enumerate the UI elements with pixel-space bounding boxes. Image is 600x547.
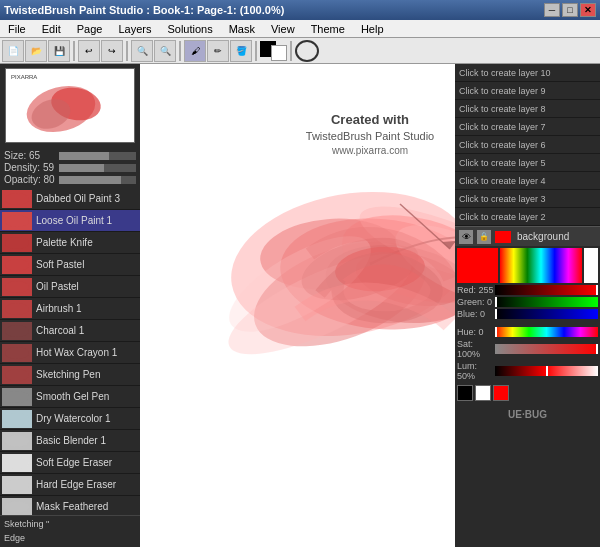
brush-label: Smooth Gel Pen: [36, 391, 109, 402]
brush-item[interactable]: Basic Blender 1: [0, 430, 140, 452]
white-color-swatch[interactable]: [584, 248, 598, 283]
brush-item[interactable]: Dry Watercolor 1: [0, 408, 140, 430]
save-button[interactable]: 💾: [48, 40, 70, 62]
menu-view[interactable]: View: [267, 20, 299, 37]
sketch-text: Sketching ": [4, 519, 49, 529]
menu-file[interactable]: File: [4, 20, 30, 37]
red-bar[interactable]: [495, 285, 598, 295]
zoom-in-button[interactable]: 🔍: [131, 40, 153, 62]
brush-label: Hard Edge Eraser: [36, 479, 116, 490]
layer-item[interactable]: Click to create layer 10: [455, 64, 600, 82]
paint-strokes: Created with TwistedBrush Paint Studio w…: [140, 64, 455, 547]
redo-button[interactable]: ↪: [101, 40, 123, 62]
separator-1: [73, 41, 75, 61]
svg-point-14: [5, 391, 29, 403]
eye-icon[interactable]: 👁: [459, 230, 473, 244]
svg-rect-44: [495, 344, 598, 354]
canvas[interactable]: Created with TwistedBrush Paint Studio w…: [140, 64, 455, 547]
layer-item[interactable]: Click to create layer 8: [455, 100, 600, 118]
brush-item[interactable]: Sketching Pen: [0, 364, 140, 386]
sat-slider-row: Sat: 100%: [457, 339, 598, 359]
layer-item[interactable]: Click to create layer 5: [455, 154, 600, 172]
menu-solutions[interactable]: Solutions: [163, 20, 216, 37]
layer-item[interactable]: Click to create layer 4: [455, 172, 600, 190]
primary-color-swatch[interactable]: [457, 248, 498, 283]
white-swatch[interactable]: [475, 385, 491, 401]
layer-item[interactable]: Click to create layer 2: [455, 208, 600, 226]
density-slider-row: Density: 59: [4, 162, 136, 173]
background-color[interactable]: [271, 45, 287, 61]
brush-item[interactable]: Smooth Gel Pen: [0, 386, 140, 408]
brush-item[interactable]: Dabbed Oil Paint 3: [0, 188, 140, 210]
lum-bar[interactable]: [495, 366, 598, 376]
hue-bar[interactable]: [495, 327, 598, 337]
blue-bar[interactable]: [495, 309, 598, 319]
brush-item[interactable]: Mask Feathered: [0, 496, 140, 515]
menu-help[interactable]: Help: [357, 20, 388, 37]
open-button[interactable]: 📂: [25, 40, 47, 62]
layer-item[interactable]: Click to create layer 9: [455, 82, 600, 100]
eraser-tool[interactable]: ✏: [207, 40, 229, 62]
close-button[interactable]: ✕: [580, 3, 596, 17]
opacity-bar[interactable]: [59, 176, 136, 184]
svg-text:PIXARRA: PIXARRA: [11, 74, 37, 80]
black-swatch[interactable]: [457, 385, 473, 401]
zoom-out-button[interactable]: 🔍: [154, 40, 176, 62]
svg-point-8: [5, 259, 29, 271]
brush-preview: [2, 234, 32, 252]
brush-label: Palette Knife: [36, 237, 93, 248]
size-bar[interactable]: [59, 152, 136, 160]
separator-3: [179, 41, 181, 61]
red-swatch[interactable]: [493, 385, 509, 401]
layers-section: Click to create layer 10Click to create …: [455, 64, 600, 226]
brush-preview: [2, 300, 32, 318]
layer-item[interactable]: Click to create layer 7: [455, 118, 600, 136]
menu-theme[interactable]: Theme: [307, 20, 349, 37]
undo-button[interactable]: ↩: [78, 40, 100, 62]
color-spectrum-bar[interactable]: [500, 248, 582, 283]
brush-preview: [2, 476, 32, 494]
svg-point-6: [5, 215, 29, 227]
green-bar[interactable]: [495, 297, 598, 307]
brush-item[interactable]: Loose Oil Paint 1: [0, 210, 140, 232]
layer-item[interactable]: Click to create layer 3: [455, 190, 600, 208]
menu-mask[interactable]: Mask: [225, 20, 259, 37]
maximize-button[interactable]: □: [562, 3, 578, 17]
brush-preview: [2, 432, 32, 450]
brush-tool[interactable]: 🖌: [184, 40, 206, 62]
lock-icon[interactable]: 🔒: [477, 230, 491, 244]
new-button[interactable]: 📄: [2, 40, 24, 62]
main-color-display: [457, 248, 598, 283]
svg-point-10: [5, 303, 29, 315]
svg-text:www.pixarra.com: www.pixarra.com: [331, 145, 408, 156]
svg-point-18: [5, 479, 29, 491]
layer-item[interactable]: Click to create layer 6: [455, 136, 600, 154]
canvas-area[interactable]: Created with TwistedBrush Paint Studio w…: [140, 64, 455, 547]
sliders-section: Size: 65 Density: 59 Opacity: 80: [0, 147, 140, 188]
bg-layer[interactable]: 👁 🔒 background: [455, 226, 600, 246]
brush-item[interactable]: Palette Knife: [0, 232, 140, 254]
fill-tool[interactable]: 🪣: [230, 40, 252, 62]
blue-slider-row: Blue: 0: [457, 309, 598, 319]
menu-layers[interactable]: Layers: [114, 20, 155, 37]
brush-item[interactable]: Airbrush 1: [0, 298, 140, 320]
brush-item[interactable]: Oil Pastel: [0, 276, 140, 298]
menu-edit[interactable]: Edit: [38, 20, 65, 37]
brush-preview: [2, 410, 32, 428]
brush-item[interactable]: Hot Wax Crayon 1: [0, 342, 140, 364]
brush-label: Airbrush 1: [36, 303, 82, 314]
hue-label: Hue: 0: [457, 327, 495, 337]
minimize-button[interactable]: ─: [544, 3, 560, 17]
thumbnail: PIXARRA: [5, 68, 135, 143]
brush-item[interactable]: Hard Edge Eraser: [0, 474, 140, 496]
main-layout: PIXARRA Size: 65 Density: 59 Opacity: 80: [0, 64, 600, 547]
density-bar[interactable]: [59, 164, 136, 172]
brush-item[interactable]: Soft Edge Eraser: [0, 452, 140, 474]
menu-page[interactable]: Page: [73, 20, 107, 37]
brush-item[interactable]: Charcoal 1: [0, 320, 140, 342]
brush-preview: [2, 212, 32, 230]
svg-point-7: [5, 237, 29, 249]
brush-item[interactable]: Soft Pastel: [0, 254, 140, 276]
sat-bar[interactable]: [495, 344, 598, 354]
titlebar-controls: ─ □ ✕: [544, 3, 596, 17]
